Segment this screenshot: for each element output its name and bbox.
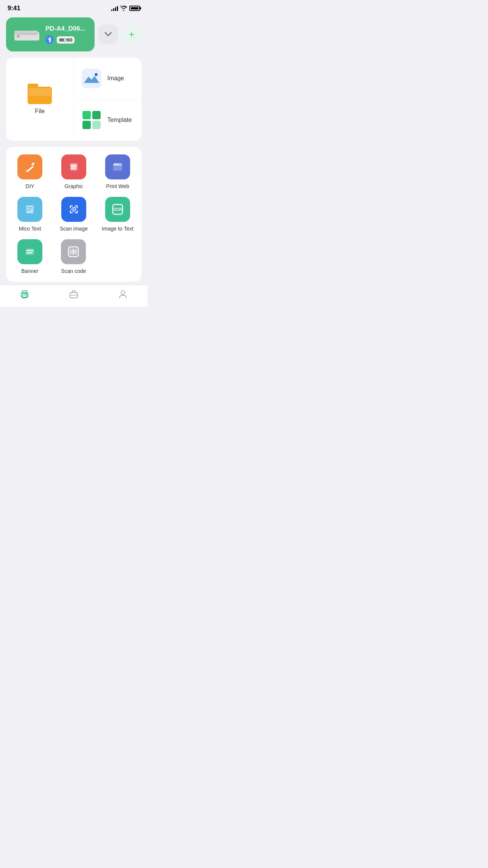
diy-label: DIY — [25, 183, 34, 189]
svg-point-19 — [116, 164, 117, 165]
banner-icon — [17, 239, 42, 264]
signal-icon — [111, 6, 118, 11]
ocr-icon: OCR — [105, 197, 130, 222]
scan-code-label: Scan code — [61, 268, 86, 274]
scan-image-icon — [61, 197, 86, 222]
file-cell[interactable]: File — [6, 58, 74, 141]
svg-point-18 — [114, 164, 115, 165]
status-time: 9:41 — [8, 5, 20, 12]
image-to-text-label: Image to Text — [102, 226, 134, 232]
device-card[interactable]: PD-A4_D06... 80 — [6, 17, 95, 51]
svg-point-47 — [121, 291, 125, 295]
dropdown-button[interactable] — [98, 25, 118, 44]
svg-point-20 — [118, 164, 119, 165]
banner-label: Banner — [21, 268, 38, 274]
status-bar: 9:41 — [0, 0, 148, 14]
tool-diy[interactable]: DIY — [10, 154, 50, 189]
tool-banner[interactable]: Banner — [10, 239, 50, 274]
wifi-icon — [120, 6, 127, 11]
device-name: PD-A4_D06... — [45, 25, 87, 33]
image-label: Image — [107, 75, 124, 82]
battery-icon — [129, 6, 140, 11]
scan-image-label: Scan image — [60, 226, 88, 232]
mico-text-label: Mico Text — [19, 226, 41, 232]
status-icons — [111, 6, 140, 11]
template-cell[interactable]: Template — [74, 100, 142, 141]
template-icon — [82, 110, 101, 130]
briefcase-icon — [68, 289, 79, 299]
svg-text:OCR: OCR — [113, 207, 122, 212]
tab-bar — [0, 285, 148, 307]
file-label: File — [35, 108, 45, 115]
svg-rect-3 — [17, 35, 20, 37]
tab-work[interactable] — [61, 289, 87, 299]
svg-rect-5 — [82, 69, 101, 88]
tab-profile[interactable] — [110, 289, 136, 299]
chevron-down-icon — [105, 32, 112, 37]
tool-print-web[interactable]: Print Web — [98, 154, 138, 189]
svg-rect-31 — [26, 249, 34, 255]
tool-scan-image[interactable]: Scan image — [54, 197, 94, 232]
top-section: PD-A4_D06... 80 + — [0, 14, 148, 55]
image-cell[interactable]: Image — [74, 58, 142, 100]
scanner-image — [14, 27, 40, 42]
svg-rect-9 — [31, 162, 35, 166]
printer-icon — [19, 289, 30, 299]
device-badges: 80 — [45, 36, 87, 44]
mico-text-icon — [17, 197, 42, 222]
tool-graphic[interactable]: Graphic — [54, 154, 94, 189]
svg-point-7 — [95, 73, 98, 76]
bluetooth-badge — [45, 36, 54, 44]
svg-point-44 — [26, 293, 28, 295]
print-web-icon — [105, 154, 130, 179]
tool-mico-text[interactable]: Mico Text — [10, 197, 50, 232]
graphic-icon — [61, 154, 86, 179]
image-template-col: Image Template — [74, 58, 142, 141]
svg-point-27 — [73, 209, 75, 210]
tools-bottom-row: Banner Scan code — [6, 239, 141, 278]
print-web-label: Print Web — [106, 183, 129, 189]
svg-point-10 — [26, 170, 28, 172]
plus-icon: + — [129, 30, 134, 39]
tools-section: DIY Graphic — [6, 147, 141, 282]
svg-point-28 — [75, 207, 76, 208]
device-info: PD-A4_D06... 80 — [45, 25, 87, 44]
add-button[interactable]: + — [122, 25, 141, 44]
quick-access-grid: File Image — [6, 58, 141, 141]
tools-grid: DIY Graphic — [6, 154, 141, 239]
quick-access-section: File Image — [6, 58, 141, 141]
template-label: Template — [107, 117, 132, 123]
diy-icon — [17, 154, 42, 179]
person-icon — [118, 289, 128, 299]
tool-image-to-text[interactable]: OCR Image to Text — [98, 197, 138, 232]
tool-scan-code[interactable]: Scan code — [54, 239, 94, 274]
image-icon — [82, 69, 101, 88]
battery-level-badge: 80 — [57, 36, 75, 44]
graphic-label: Graphic — [64, 183, 83, 189]
file-icon — [28, 84, 52, 104]
scan-code-icon — [61, 239, 86, 264]
tab-print[interactable] — [12, 289, 37, 299]
